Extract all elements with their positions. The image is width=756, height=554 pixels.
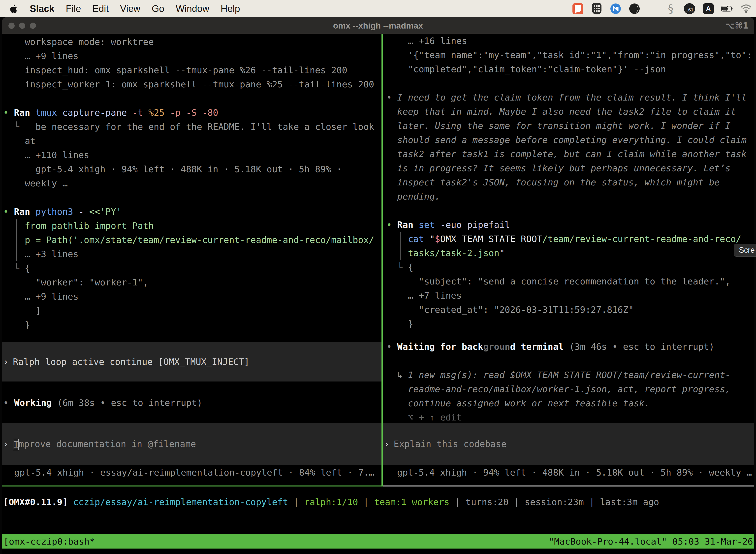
tool-call-connector-line (400, 232, 400, 260)
omx-status-segment: | (358, 497, 374, 507)
dots-grid-icon[interactable] (647, 3, 658, 14)
ralph-loop-banner: ›Ralph loop active continue [OMX_TMUX_IN… (2, 342, 381, 382)
terminal-line: … +9 lines (3, 289, 374, 303)
terminal-line: • Waiting for background terminal (3m 46… (386, 340, 731, 354)
terminal-line: pending. (386, 189, 752, 204)
terminal-line: } (3, 318, 374, 332)
terminal-window: omx --xhigh --madmax ⌥⌘1 workspace_mode:… (2, 17, 754, 554)
terminal-line (386, 204, 752, 218)
tmux-status-bar: [omx-cczip0:bash* "MacBook-Pro-44.local"… (2, 534, 754, 549)
left-status-line: gpt-5.4 xhigh · essay/ai-reimplementatio… (14, 465, 374, 480)
right-pane-waiting-output: • Waiting for background terminal (3m 46… (386, 340, 731, 425)
terminal-line: … +9 lines (3, 49, 374, 63)
right-pane-bottom-border (383, 486, 754, 487)
terminal-line: ↳ 1 new msg(s): read $OMX_TEAM_STATE_ROO… (386, 368, 731, 382)
menu-bar: Slack File Edit View Go Window Help § ..… (0, 0, 756, 17)
terminal-line: "subject": "send a concise recommendatio… (386, 274, 752, 288)
title-bar[interactable]: omx --xhigh --madmax ⌥⌘1 (2, 17, 754, 34)
left-pane-output[interactable]: workspace_mode: worktree … +9 lines insp… (3, 35, 374, 332)
terminal-line: … +16 lines (386, 34, 752, 48)
terminal-line: tasks/task-2.json" (386, 246, 752, 260)
terminal-line: gpt-5.4 xhigh · 94% left · 488K in · 5.1… (3, 162, 374, 176)
battery-icon[interactable] (721, 3, 733, 15)
terminal-line: weekly … (3, 176, 374, 190)
menu-item-edit[interactable]: Edit (92, 3, 109, 14)
terminal-line: task2 after task1 is complete, but can I… (386, 147, 752, 161)
blue-app-icon[interactable] (610, 3, 622, 15)
terminal-line: • Ran tmux capture-pane -t %25 -p -S -80 (3, 106, 374, 120)
working-bullet-icon: • (3, 396, 14, 410)
terminal-line (3, 190, 374, 205)
menu-bar-left: Slack File Edit View Go Window Help (0, 3, 240, 14)
terminal-line: "worker": "worker-1", (3, 275, 374, 289)
terminal-line: … +7 lines (386, 288, 752, 302)
working-status: •Working (6m 38s • esc to interrupt) (3, 396, 202, 410)
a-badge-label: A (703, 3, 714, 14)
terminal-line: ⌥ + ↑ edit (386, 410, 731, 425)
omx-status-segment: | (449, 497, 465, 507)
terminal-line: └ { (386, 260, 752, 274)
terminal-line: • I need to get the claim token from the… (386, 90, 752, 105)
right-prompt-box[interactable]: ›Explain this codebase (383, 423, 754, 465)
terminal-line: should send a message before completing … (386, 133, 752, 147)
window-shortcut-hint: ⌥⌘1 (725, 20, 749, 31)
window-title: omx --xhigh --madmax (2, 21, 754, 31)
terminal-line: inspect_hud: omx sparkshell --tmux-pane … (3, 63, 374, 77)
left-pane-bottom-border (2, 486, 381, 487)
screen: Slack File Edit View Go Window Help § ..… (0, 0, 756, 554)
shield-grid-icon[interactable] (591, 3, 603, 15)
squiggle-icon[interactable]: § (665, 3, 677, 15)
wifi-icon[interactable] (740, 3, 752, 15)
terminal-line (386, 354, 731, 368)
menu-item-file[interactable]: File (66, 3, 81, 14)
menu-item-help[interactable]: Help (221, 3, 240, 14)
terminal-line: readme-and-reco/mailbox/worker-1.json, a… (386, 382, 731, 396)
menu-bar-status-icons: § ..61 A (572, 3, 756, 15)
menu-item-view[interactable]: View (120, 3, 140, 14)
left-prompt-box[interactable]: ›Improve documentation in @filename (2, 423, 381, 465)
terminal-line: • Ran set -euo pipefail (386, 218, 752, 232)
working-label: Working (14, 398, 52, 408)
left-prompt-input[interactable]: Improve documentation in @filename (13, 437, 196, 451)
terminal-line: └ be necessary for the end of the README… (3, 120, 374, 134)
tmux-window-label[interactable]: [omx-cczip0:bash* (2, 535, 95, 549)
terminal-line (386, 76, 752, 90)
right-pane-output[interactable]: … +16 lines '{"team_name":"my-team","tas… (386, 34, 752, 331)
working-detail: (6m 38s • esc to interrupt) (52, 398, 202, 408)
terminal-line: ] (3, 303, 374, 318)
terminal-line: … +110 lines (3, 148, 374, 162)
terminal-line: workspace_mode: worktree (3, 35, 374, 49)
ralph-loop-banner-text: Ralph loop active continue [OMX_TMUX_INJ… (13, 355, 250, 369)
screen-recording-icon[interactable] (572, 3, 584, 15)
terminal-line: inspect_worker-1: omx sparkshell --tmux-… (3, 77, 374, 91)
pane-divider[interactable] (381, 34, 383, 487)
count-badge-icon[interactable]: ..61 (684, 3, 695, 15)
terminal-line: from pathlib import Path (3, 219, 374, 233)
left-prompt-icon: › (2, 437, 13, 451)
tmux-host-clock: "MacBook-Pro-44.local" 05:03 31-Mar-26 (549, 535, 754, 549)
terminal-line: at (3, 134, 374, 148)
omx-status-bar: [OMX#0.11.9] cczip/essay/ai-reimplementa… (3, 495, 659, 509)
omx-status-segment: | (288, 497, 304, 507)
menu-item-window[interactable]: Window (176, 3, 209, 14)
count-badge-label: ..61 (684, 3, 695, 14)
omx-status-segment: [OMX#0.11.9] (3, 497, 68, 507)
right-prompt-input[interactable]: Explain this codebase (394, 437, 506, 451)
terminal-line: … +3 lines (3, 247, 374, 261)
terminal-line: continue assigned work or next feasible … (386, 396, 731, 410)
omx-status-segment: turns:20 | session:23m | last:3m ago (465, 497, 659, 507)
menu-item-go[interactable]: Go (152, 3, 165, 14)
menu-item-slack[interactable]: Slack (30, 3, 54, 14)
terminal-line: keep that in mind. Maybe I also need the… (386, 105, 752, 119)
terminal-line: '{"team_name":"my-team","task_id":"1","f… (386, 48, 752, 62)
apple-logo-icon[interactable] (10, 4, 18, 14)
right-prompt-icon: › (383, 437, 394, 451)
tool-call-connector-line (16, 219, 17, 261)
omx-status-segment (68, 497, 73, 507)
terminal-line: "created_at": "2026-03-31T11:59:27.816Z" (386, 302, 752, 317)
a-badge-icon[interactable]: A (702, 3, 714, 15)
dark-app-icon[interactable] (629, 3, 640, 15)
screen-share-tooltip: Scre (734, 244, 756, 257)
terminal-line: is in progress? It seems likely but perh… (386, 161, 752, 175)
banner-prompt-icon: › (2, 355, 13, 369)
